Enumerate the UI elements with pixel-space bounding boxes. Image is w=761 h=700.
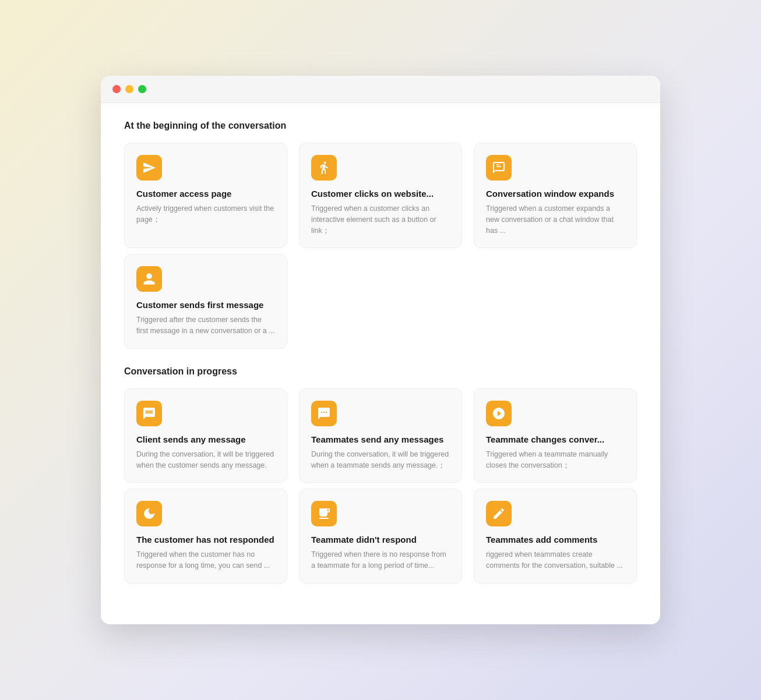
- in-progress-cards-row2: The customer has not responded Triggered…: [124, 489, 637, 584]
- minimize-button[interactable]: [125, 85, 133, 93]
- card-customer-access[interactable]: Customer access page Actively triggered …: [124, 143, 287, 248]
- card-conversation-window[interactable]: Conversation window expands Triggered wh…: [474, 143, 637, 248]
- icon-wrapper-coffee-chat: [311, 501, 337, 526]
- coffee-chat-icon: [317, 507, 331, 521]
- moon-chat-icon: [142, 507, 156, 521]
- icon-wrapper-settings-chat: [486, 401, 512, 426]
- card-client-sends-desc: During the conversation, it will be trig…: [136, 449, 275, 471]
- icon-wrapper-click: [311, 155, 337, 181]
- main-content: At the beginning of the conversation Cus…: [101, 103, 660, 624]
- icon-wrapper-send: [136, 155, 162, 181]
- card-teammates-add-comments-title: Teammates add comments: [486, 535, 625, 545]
- app-window: At the beginning of the conversation Cus…: [101, 76, 660, 624]
- beginning-cards-row1: Customer access page Actively triggered …: [124, 143, 637, 248]
- card-teammate-changes-desc: Triggered when a teammate manually close…: [486, 449, 625, 471]
- click-icon: [317, 161, 331, 175]
- card-client-sends-title: Client sends any message: [136, 434, 275, 444]
- card-customer-access-desc: Actively triggered when customers visit …: [136, 203, 275, 225]
- card-customer-not-responded-title: The customer has not responded: [136, 535, 275, 545]
- in-progress-cards-row1: Client sends any message During the conv…: [124, 388, 637, 483]
- chat-expand-icon: [492, 161, 506, 175]
- section-beginning-title: At the beginning of the conversation: [124, 121, 637, 131]
- card-teammate-didnt-respond-desc: Triggered when there is no response from…: [311, 549, 450, 571]
- card-teammate-changes[interactable]: Teammate changes conver... Triggered whe…: [474, 388, 637, 483]
- card-teammates-add-comments-desc: riggered when teammates create comments …: [486, 549, 625, 571]
- user-message-icon: [142, 272, 156, 286]
- icon-wrapper-chat-team: [311, 401, 337, 426]
- icon-wrapper-pencil-chat: [486, 501, 512, 526]
- send-icon: [142, 161, 156, 175]
- card-teammates-send-title: Teammates send any messages: [311, 434, 450, 444]
- settings-chat-icon: [492, 406, 506, 420]
- card-conversation-window-desc: Triggered when a customer expands a new …: [486, 203, 625, 236]
- section-in-progress-title: Conversation in progress: [124, 366, 637, 377]
- card-customer-clicks-desc: Triggered when a customer clicks an inte…: [311, 203, 450, 236]
- chat-team-icon: [317, 406, 331, 420]
- card-teammates-send[interactable]: Teammates send any messages During the c…: [299, 388, 462, 483]
- icon-wrapper-user-message: [136, 266, 162, 292]
- section-in-progress: Conversation in progress Client sends an…: [124, 366, 637, 584]
- card-customer-not-responded-desc: Triggered when the customer has no respo…: [136, 549, 275, 571]
- card-customer-clicks[interactable]: Customer clicks on website... Triggered …: [299, 143, 462, 248]
- card-customer-access-title: Customer access page: [136, 189, 275, 199]
- icon-wrapper-chat-expand: [486, 155, 512, 181]
- pencil-chat-icon: [492, 507, 506, 521]
- card-teammate-changes-title: Teammate changes conver...: [486, 434, 625, 444]
- section-beginning: At the beginning of the conversation Cus…: [124, 121, 637, 349]
- close-button[interactable]: [112, 85, 121, 93]
- card-teammate-didnt-respond-title: Teammate didn't respond: [311, 535, 450, 545]
- card-teammates-add-comments[interactable]: Teammates add comments riggered when tea…: [474, 489, 637, 584]
- card-teammate-didnt-respond[interactable]: Teammate didn't respond Triggered when t…: [299, 489, 462, 584]
- icon-wrapper-chat-bubble: [136, 401, 162, 426]
- beginning-cards-row2: Customer sends first message Triggered a…: [124, 254, 637, 349]
- card-customer-first-message[interactable]: Customer sends first message Triggered a…: [124, 254, 287, 349]
- titlebar: [101, 76, 660, 103]
- card-customer-first-message-title: Customer sends first message: [136, 300, 275, 310]
- card-teammates-send-desc: During the conversation, it will be trig…: [311, 449, 450, 471]
- card-client-sends[interactable]: Client sends any message During the conv…: [124, 388, 287, 483]
- card-conversation-window-title: Conversation window expands: [486, 189, 625, 199]
- card-customer-not-responded[interactable]: The customer has not responded Triggered…: [124, 489, 287, 584]
- icon-wrapper-moon-chat: [136, 501, 162, 526]
- maximize-button[interactable]: [138, 85, 146, 93]
- card-customer-clicks-title: Customer clicks on website...: [311, 189, 450, 199]
- card-customer-first-message-desc: Triggered after the customer sends the f…: [136, 314, 275, 337]
- chat-bubble-icon: [142, 406, 156, 420]
